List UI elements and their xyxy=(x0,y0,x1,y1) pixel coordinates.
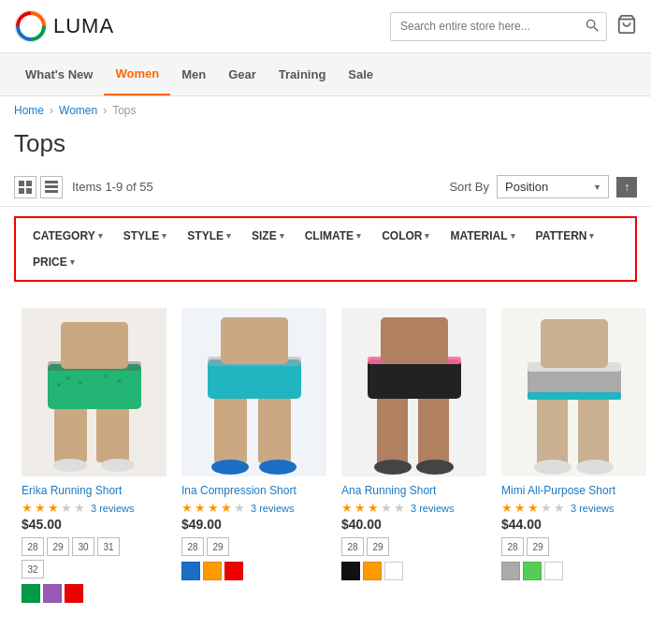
header: LUMA xyxy=(0,0,651,53)
svg-rect-25 xyxy=(214,390,247,463)
product-rating-3: ★ ★ ★ ★ ★ 3 reviews xyxy=(341,501,486,515)
list-view-icon[interactable] xyxy=(40,176,63,198)
svg-rect-34 xyxy=(418,390,449,465)
color-white[interactable] xyxy=(544,562,563,580)
product-image-3[interactable] xyxy=(341,308,486,476)
product-reviews-3[interactable]: 3 reviews xyxy=(411,503,454,514)
size-29[interactable]: 29 xyxy=(207,537,229,556)
star-2: ★ xyxy=(35,501,46,515)
color-blue[interactable] xyxy=(181,562,200,580)
product-image-2[interactable] xyxy=(181,308,326,476)
nav-item-sale[interactable]: Sale xyxy=(337,54,384,95)
size-29[interactable]: 29 xyxy=(527,537,549,556)
nav-item-women[interactable]: Women xyxy=(104,53,170,95)
color-red[interactable] xyxy=(224,562,243,580)
product-image-1[interactable] xyxy=(22,308,166,476)
product-name-2[interactable]: Ina Compression Short xyxy=(181,484,326,497)
size-28[interactable]: 28 xyxy=(341,537,364,556)
nav-item-training[interactable]: Training xyxy=(268,54,338,95)
filter-pattern[interactable]: PATTERN ▾ xyxy=(528,226,602,246)
search-button[interactable] xyxy=(578,13,606,40)
sort-select[interactable]: Position Product Name Price xyxy=(497,175,609,198)
svg-rect-35 xyxy=(368,359,461,399)
color-orange[interactable] xyxy=(203,562,222,580)
svg-point-20 xyxy=(79,381,82,385)
page-title: Tops xyxy=(0,124,651,168)
size-31[interactable]: 31 xyxy=(97,537,120,556)
filter-price[interactable]: PRICE ▾ xyxy=(25,252,82,272)
product-image-4[interactable] xyxy=(501,308,646,476)
product-name-1[interactable]: Erika Running Short xyxy=(22,484,166,497)
size-28[interactable]: 28 xyxy=(501,537,524,556)
svg-point-19 xyxy=(66,376,70,380)
filter-material[interactable]: MATERIAL ▾ xyxy=(442,226,522,246)
color-green[interactable] xyxy=(523,562,542,580)
color-white[interactable] xyxy=(384,562,403,580)
size-29[interactable]: 29 xyxy=(367,537,389,556)
color-red[interactable] xyxy=(65,584,83,603)
filter-climate[interactable]: CLIMATE ▾ xyxy=(297,226,369,246)
color-purple[interactable] xyxy=(43,584,62,603)
svg-rect-4 xyxy=(19,181,24,186)
star-2: ★ xyxy=(195,501,206,515)
filter-climate-arrow: ▾ xyxy=(356,231,361,241)
color-black[interactable] xyxy=(341,562,360,580)
view-icons xyxy=(14,176,63,198)
filter-category-arrow: ▾ xyxy=(98,231,103,241)
star-4: ★ xyxy=(61,501,72,515)
product-price-4: $44.00 xyxy=(501,517,646,532)
logo[interactable]: LUMA xyxy=(14,9,114,43)
filter-style-1[interactable]: STYLE ▾ xyxy=(116,226,175,246)
filter-color-arrow: ▾ xyxy=(425,231,429,241)
nav-item-men[interactable]: Men xyxy=(170,54,217,95)
star-1: ★ xyxy=(341,501,353,515)
logo-icon xyxy=(14,9,48,43)
breadcrumb-home[interactable]: Home xyxy=(14,104,44,117)
svg-rect-6 xyxy=(19,188,24,194)
svg-point-0 xyxy=(15,10,47,42)
sort-direction-button[interactable]: ↑ xyxy=(616,177,637,198)
search-input[interactable] xyxy=(391,14,578,38)
product-reviews-1[interactable]: 3 reviews xyxy=(91,503,134,514)
filter-size[interactable]: SIZE ▾ xyxy=(244,226,292,246)
filter-style-2[interactable]: STYLE ▾ xyxy=(180,226,239,246)
star-3: ★ xyxy=(48,501,59,515)
filter-category[interactable]: CATEGORY ▾ xyxy=(25,226,110,246)
nav-item-whats-new[interactable]: What's New xyxy=(14,54,104,95)
size-32[interactable]: 32 xyxy=(22,560,44,578)
star-4: ★ xyxy=(381,501,392,515)
size-28[interactable]: 28 xyxy=(181,537,204,556)
svg-rect-26 xyxy=(258,390,291,463)
items-count: Items 1-9 of 55 xyxy=(72,180,153,194)
product-price-1: $45.00 xyxy=(22,517,166,532)
filter-color[interactable]: COLOR ▾ xyxy=(374,226,437,246)
product-reviews-2[interactable]: 3 reviews xyxy=(251,503,294,514)
color-green[interactable] xyxy=(22,584,40,603)
product-reviews-4[interactable]: 3 reviews xyxy=(571,503,614,514)
svg-point-38 xyxy=(374,460,412,475)
color-orange[interactable] xyxy=(363,562,382,580)
svg-point-18 xyxy=(101,459,135,472)
size-28[interactable]: 28 xyxy=(22,537,44,556)
svg-rect-33 xyxy=(377,390,408,465)
product-price-2: $49.00 xyxy=(181,517,326,532)
breadcrumb-sep1: › xyxy=(50,104,53,117)
grid-view-icon[interactable] xyxy=(14,176,36,198)
filter-price-arrow: ▾ xyxy=(70,257,75,267)
filter-material-arrow: ▾ xyxy=(511,231,515,241)
svg-point-30 xyxy=(211,460,249,475)
svg-rect-10 xyxy=(45,190,58,193)
size-30[interactable]: 30 xyxy=(72,537,94,556)
cart-icon[interactable] xyxy=(616,14,637,39)
breadcrumb-current: Tops xyxy=(112,104,136,117)
nav-item-gear[interactable]: Gear xyxy=(217,54,268,95)
size-29[interactable]: 29 xyxy=(47,537,69,556)
product-name-3[interactable]: Ana Running Short xyxy=(341,484,486,497)
color-gray[interactable] xyxy=(501,562,520,580)
product-name-4[interactable]: Mimi All-Purpose Short xyxy=(501,484,646,497)
breadcrumb-women[interactable]: Women xyxy=(59,104,97,117)
svg-rect-7 xyxy=(26,188,32,194)
product-rating-1: ★ ★ ★ ★ ★ 3 reviews xyxy=(22,501,166,515)
svg-rect-45 xyxy=(528,392,621,400)
search-bar[interactable] xyxy=(390,12,607,41)
